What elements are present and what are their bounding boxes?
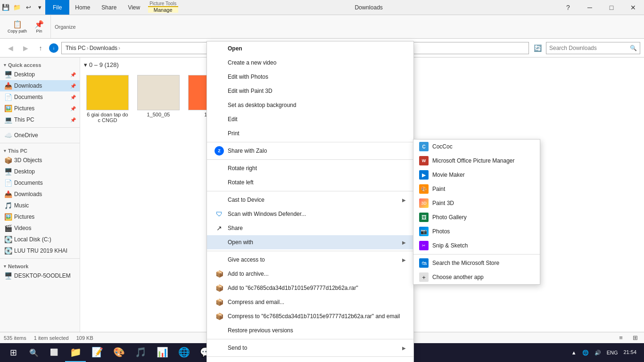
openwith-paint[interactable]: 🎨 Paint: [413, 182, 540, 196]
ctx-create-video[interactable]: Create a new video: [207, 56, 413, 70]
ctx-set-desktop[interactable]: Set as desktop background: [207, 98, 413, 112]
tray-volume[interactable]: 🔊: [593, 343, 603, 362]
qat-dropdown[interactable]: ▾: [34, 2, 45, 13]
view-large-btn[interactable]: ⊞: [630, 333, 640, 343]
sidebar-item-desktop2[interactable]: 🖥️ Desktop: [0, 166, 80, 177]
ctx-scan[interactable]: 🛡Scan with Windows Defender...: [207, 207, 413, 221]
ribbon-paste[interactable]: 📌 Pin: [31, 18, 48, 35]
tray-overflow[interactable]: ▲: [570, 343, 578, 362]
taskbar-browser[interactable]: 🌐: [173, 343, 194, 362]
ctx-add-archive[interactable]: 📦Add to archive...: [207, 267, 413, 281]
ctx-sep-3: [207, 191, 413, 191]
ctx-edit-photos[interactable]: Edit with Photos: [207, 70, 413, 84]
sidebar-item-downloads2[interactable]: 📥 Downloads: [0, 189, 80, 200]
tab-manage[interactable]: Manage: [148, 6, 178, 13]
maximize-button[interactable]: □: [601, 0, 622, 15]
coccoc-label: CocCoc: [432, 143, 453, 150]
ctx-cut[interactable]: ✂Cut: [207, 358, 413, 362]
sidebar-item-desktop[interactable]: 🖥️ Desktop 📌: [0, 69, 80, 80]
nav-up[interactable]: ↑: [34, 41, 47, 55]
taskbar-taskview[interactable]: ⬜: [43, 343, 64, 362]
openwith-photo-gallery[interactable]: 🖼 Photo Gallery: [413, 210, 540, 224]
sidebar-section-thispc[interactable]: ▾ This PC: [0, 145, 80, 155]
tab-file[interactable]: File: [45, 0, 69, 15]
sidebar-item-pictures2[interactable]: 🖼️ Pictures: [0, 211, 80, 222]
sidebar-item-3dobjects[interactable]: 📦 3D Objects: [0, 155, 80, 166]
qat-undo[interactable]: ↩: [23, 2, 34, 13]
ctx-restore[interactable]: Restore previous versions: [207, 323, 413, 337]
ctx-rotate-left[interactable]: Rotate left: [207, 175, 413, 189]
tray-network[interactable]: 🌐: [580, 343, 591, 362]
desktop2-icon: 🖥️: [4, 167, 12, 176]
ctx-rotate-right[interactable]: Rotate right: [207, 161, 413, 175]
view-details-btn[interactable]: ≡: [616, 333, 626, 343]
taskbar-search[interactable]: 🔍: [25, 343, 42, 362]
ctx-share-zalo[interactable]: Z Share with Zalo: [207, 144, 413, 158]
taskbar-paint[interactable]: 🎨: [108, 343, 129, 362]
ctx-open-with[interactable]: Open with ▶: [207, 235, 413, 249]
sidebar-item-downloads[interactable]: 📥 Downloads 📌: [0, 80, 80, 91]
tray-datetime[interactable]: 21:54: [621, 343, 638, 362]
qat-folder[interactable]: 📁: [11, 2, 23, 13]
search-box[interactable]: 🔍: [546, 42, 640, 54]
ctx-cast[interactable]: Cast to Device ▶: [207, 193, 413, 207]
file-thumb: [137, 75, 180, 110]
openwith-choose[interactable]: + Choose another app: [413, 270, 540, 284]
ribbon-copy-path[interactable]: 📋 Copy path: [5, 18, 30, 35]
sidebar-item-documents2[interactable]: 📄 Documents: [0, 177, 80, 189]
list-item[interactable]: 1_500_05: [135, 72, 182, 126]
sidebar-item-thispc-quick[interactable]: 💻 This PC 📌: [0, 114, 80, 125]
tab-home[interactable]: Home: [69, 0, 96, 15]
ctx-print[interactable]: Print: [207, 126, 413, 140]
search-input[interactable]: [549, 45, 628, 51]
refresh-btn[interactable]: 🔄: [531, 41, 544, 55]
list-item[interactable]: 6 giai doan tap doc CNGD: [84, 72, 131, 126]
tray-lang[interactable]: ENG: [605, 343, 620, 362]
selected-count: 1 item selected: [34, 335, 69, 341]
sidebar-item-desktop-pc[interactable]: 🖥️ DESKTOP-5OODLEM: [0, 270, 80, 281]
openwith-paint3d[interactable]: 3D Paint 3D: [413, 196, 540, 210]
ctx-send-to[interactable]: Send to ▶: [207, 341, 413, 355]
movie-maker-label: Movie Maker: [432, 172, 465, 178]
sidebar-item-pictures[interactable]: 🖼️ Pictures 📌: [0, 103, 80, 114]
taskbar-music[interactable]: 🎵: [130, 343, 151, 362]
luutru-icon: 💽: [4, 247, 12, 255]
help-button[interactable]: ?: [557, 0, 579, 15]
sidebar-section-quickaccess[interactable]: ▾ Quick access: [0, 59, 80, 69]
close-button[interactable]: ✕: [622, 0, 644, 15]
ctx-compress-email[interactable]: 📦Compress and email...: [207, 295, 413, 309]
nav-back[interactable]: ◀: [4, 41, 17, 55]
downloads-icon: 📥: [4, 82, 12, 90]
openwith-store[interactable]: 🛍 Search the Microsoft Store: [413, 256, 540, 270]
ctx-compress-rar-email[interactable]: 📦Compress to "6c7685cda34d1b71015e97777d…: [207, 309, 413, 323]
ctx-share[interactable]: ↗Share: [207, 221, 413, 235]
nav-forward[interactable]: ▶: [19, 41, 32, 55]
ctx-give-access[interactable]: Give access to ▶: [207, 253, 413, 267]
tab-share[interactable]: Share: [96, 0, 122, 15]
sidebar-item-luutru[interactable]: 💽 LUU TRU 2019 KHAI: [0, 245, 80, 256]
tab-view[interactable]: View: [122, 0, 146, 15]
openwith-ms-picture[interactable]: W Microsoft Office Picture Manager: [413, 154, 540, 168]
ctx-add-rar[interactable]: 📦Add to "6c7685cda34d1b71015e97777d12b62…: [207, 281, 413, 295]
ctx-open[interactable]: Open: [207, 41, 413, 56]
openwith-photos[interactable]: 📷 Photos: [413, 224, 540, 239]
ctx-edit[interactable]: Edit: [207, 112, 413, 126]
sidebar-section-network[interactable]: ▾ Network: [0, 261, 80, 270]
network-label: Network: [8, 263, 28, 269]
give-access-icon: [215, 255, 224, 264]
ctx-edit-paint3d[interactable]: Edit with Paint 3D: [207, 84, 413, 98]
qat-save[interactable]: 💾: [0, 2, 11, 13]
openwith-snip[interactable]: ✂ Snip & Sketch: [413, 239, 540, 253]
taskbar-word[interactable]: 📝: [87, 343, 107, 362]
sidebar-item-videos[interactable]: 🎬 Videos: [0, 222, 80, 234]
minimize-button[interactable]: ─: [579, 0, 601, 15]
taskbar-explorer[interactable]: 📁: [65, 343, 86, 362]
sidebar-item-documents[interactable]: 📄 Documents 📌: [0, 91, 80, 103]
openwith-movie-maker[interactable]: ▶ Movie Maker: [413, 168, 540, 182]
sidebar-item-music[interactable]: 🎵 Music: [0, 200, 80, 211]
taskbar-excel[interactable]: 📊: [152, 343, 173, 362]
sidebar-item-onedrive[interactable]: ☁️ OneDrive: [0, 130, 80, 141]
openwith-coccoc[interactable]: C CocCoc: [413, 140, 540, 154]
start-button[interactable]: ⊞: [2, 343, 25, 362]
sidebar-item-localdisk[interactable]: 💽 Local Disk (C:): [0, 234, 80, 245]
